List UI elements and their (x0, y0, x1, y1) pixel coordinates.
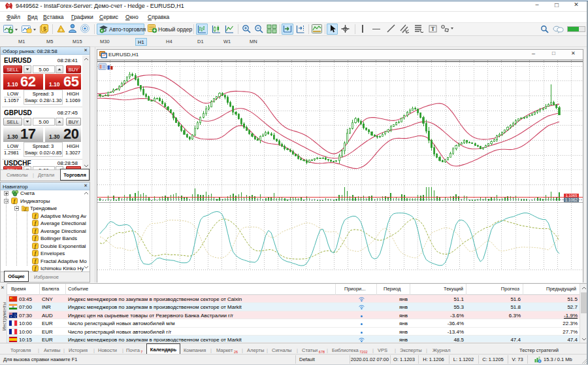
svg-text:T: T (431, 26, 435, 32)
svg-text:$: $ (43, 26, 46, 32)
svg-text:1.1062: 1.1062 (565, 198, 578, 202)
